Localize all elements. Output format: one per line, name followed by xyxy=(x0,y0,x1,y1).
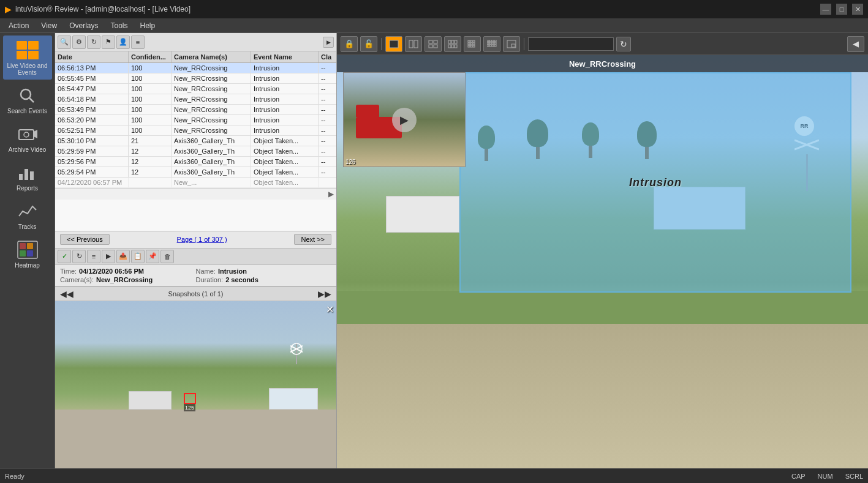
table-row[interactable]: 06:55:45 PM100New_RRCrossingIntrusion-- xyxy=(55,73,336,84)
svg-rect-20 xyxy=(429,40,432,43)
td-class: -- xyxy=(319,73,336,83)
menu-overlays[interactable]: Overlays xyxy=(63,20,104,31)
svg-rect-26 xyxy=(455,40,457,43)
sidebar-item-tracks[interactable]: Tracks xyxy=(3,197,52,234)
layout-pip[interactable] xyxy=(503,36,520,52)
tb-filter[interactable]: 🔍 xyxy=(58,36,71,49)
table-row[interactable]: 05:29:56 PM12Axis360_Gallery_ThObject Ta… xyxy=(55,157,336,167)
svg-rect-9 xyxy=(20,243,26,249)
svg-rect-2 xyxy=(19,130,34,140)
snap-prev[interactable]: ◀◀ xyxy=(60,289,74,299)
titlebar-controls[interactable]: — □ ✕ xyxy=(820,4,863,15)
dtb-copy[interactable]: 📋 xyxy=(131,250,145,263)
table-row-partial[interactable]: 04/12/2020 06:57 PMNew_...Object Taken..… xyxy=(55,178,336,188)
layout-4x3[interactable] xyxy=(483,36,500,52)
thumbnail-video[interactable]: ▶ 126 xyxy=(343,72,466,167)
dtb-list[interactable]: ≡ xyxy=(87,250,100,263)
svg-rect-47 xyxy=(487,45,489,47)
td-class: -- xyxy=(319,105,336,114)
live-video-icon xyxy=(15,39,40,61)
layout-3x2[interactable] xyxy=(444,36,461,52)
td-confidence: 12 xyxy=(129,146,172,156)
snapshots-header: ◀◀ Snapshots (1 of 1) ▶▶ xyxy=(55,286,336,301)
maximize-button[interactable]: □ xyxy=(836,4,847,15)
duration-label: Duration: xyxy=(196,276,224,283)
svg-line-1 xyxy=(29,98,34,102)
sidebar: Live Video and Events Search Events Arch… xyxy=(0,33,55,468)
minimize-button[interactable]: — xyxy=(820,4,831,15)
search-icon xyxy=(15,84,40,107)
table-row[interactable]: 06:53:49 PM100New_RRCrossingIntrusion-- xyxy=(55,105,336,115)
tb-person[interactable]: 👤 xyxy=(116,36,130,49)
tb-chart[interactable]: ≡ xyxy=(131,36,145,49)
snap-next[interactable]: ▶▶ xyxy=(318,289,331,299)
road-surface xyxy=(337,303,868,468)
layout-2x1[interactable] xyxy=(405,36,422,52)
svg-rect-22 xyxy=(429,45,432,48)
sidebar-item-live-video[interactable]: Live Video and Events xyxy=(3,36,52,80)
layout-single[interactable] xyxy=(385,36,402,52)
video-refresh-button[interactable]: ↻ xyxy=(616,37,631,51)
td-camera: New_RRCrossing xyxy=(172,125,251,135)
svg-rect-10 xyxy=(27,243,33,249)
sidebar-item-search[interactable]: Search Events xyxy=(3,81,52,118)
page-indicator[interactable]: Page ( 1 of 307 ) xyxy=(177,236,227,243)
dtb-play[interactable]: ▶ xyxy=(102,250,115,263)
tb-settings[interactable]: ⚙ xyxy=(72,36,86,49)
td-confidence: 100 xyxy=(129,73,172,83)
th-camera: Camera Name(s) xyxy=(172,51,251,62)
svg-rect-5 xyxy=(19,174,23,180)
name-label: Name: xyxy=(196,268,216,275)
unlock-button[interactable]: 🔓 xyxy=(360,36,377,52)
prev-page-button[interactable]: << Previous xyxy=(60,234,110,245)
table-scroll-right[interactable]: ▶ xyxy=(328,190,334,198)
layout-3x3[interactable] xyxy=(464,36,481,52)
truck-cab xyxy=(356,105,379,117)
table-row[interactable]: 05:29:54 PM12Axis360_Gallery_ThObject Ta… xyxy=(55,167,336,178)
svg-rect-35 xyxy=(473,43,475,45)
menu-help[interactable]: Help xyxy=(134,20,162,31)
table-row[interactable]: 06:52:51 PM100New_RRCrossingIntrusion-- xyxy=(55,125,336,136)
dtb-check[interactable]: ✓ xyxy=(58,250,71,263)
svg-rect-52 xyxy=(511,44,515,47)
menu-tools[interactable]: Tools xyxy=(105,20,134,31)
tb-flag[interactable]: ⚑ xyxy=(102,36,115,49)
tb-expand[interactable]: ▶ xyxy=(323,37,334,48)
camera-search-input[interactable] xyxy=(528,37,614,51)
close-button[interactable]: ✕ xyxy=(852,4,863,15)
menu-view[interactable]: View xyxy=(35,20,63,31)
svg-rect-46 xyxy=(494,42,496,44)
svg-rect-21 xyxy=(434,40,437,43)
snap-close[interactable]: ✕ xyxy=(326,304,334,315)
dtb-delete[interactable]: 🗑 xyxy=(160,250,174,263)
td-date: 06:54:47 PM xyxy=(55,84,129,94)
svg-rect-45 xyxy=(492,42,494,44)
table-row[interactable]: 06:53:20 PM100New_RRCrossingIntrusion-- xyxy=(55,115,336,125)
dtb-refresh[interactable]: ↻ xyxy=(72,250,86,263)
svg-rect-32 xyxy=(473,40,475,42)
menu-action[interactable]: Action xyxy=(2,20,35,31)
table-row[interactable]: 06:54:47 PM100New_RRCrossingIntrusion-- xyxy=(55,84,336,94)
sidebar-item-heatmap[interactable]: Heatmap xyxy=(3,235,52,272)
sidebar-item-reports[interactable]: Reports xyxy=(3,158,52,195)
events-table-body[interactable]: 06:56:13 PM100New_RRCrossingIntrusion--0… xyxy=(55,63,336,231)
dtb-paste[interactable]: 📌 xyxy=(146,250,159,263)
tb-refresh[interactable]: ↻ xyxy=(87,36,100,49)
status-scrl: SCRL xyxy=(845,473,863,480)
sidebar-item-archive[interactable]: Archive Video xyxy=(3,119,52,157)
camera-title-text: New_RRCrossing xyxy=(569,59,636,69)
next-page-button[interactable]: Next >> xyxy=(294,234,331,245)
table-row[interactable]: 06:54:18 PM100New_RRCrossingIntrusion-- xyxy=(55,94,336,105)
svg-rect-18 xyxy=(409,40,413,48)
video-minimize-button[interactable]: ◀ xyxy=(847,36,864,52)
table-row[interactable]: 05:30:10 PM21Axis360_Gallery_ThObject Ta… xyxy=(55,136,336,146)
play-button-thumb[interactable]: ▶ xyxy=(392,108,417,132)
dtb-export[interactable]: 📤 xyxy=(116,250,130,263)
table-row[interactable]: 06:56:13 PM100New_RRCrossingIntrusion-- xyxy=(55,63,336,73)
layout-2x2[interactable] xyxy=(425,36,442,52)
lock-button[interactable]: 🔒 xyxy=(341,36,358,52)
duration-value: 2 seconds xyxy=(225,276,259,283)
table-row[interactable]: 05:29:59 PM12Axis360_Gallery_ThObject Ta… xyxy=(55,146,336,157)
svg-rect-49 xyxy=(492,45,494,47)
td-class: -- xyxy=(319,63,336,73)
